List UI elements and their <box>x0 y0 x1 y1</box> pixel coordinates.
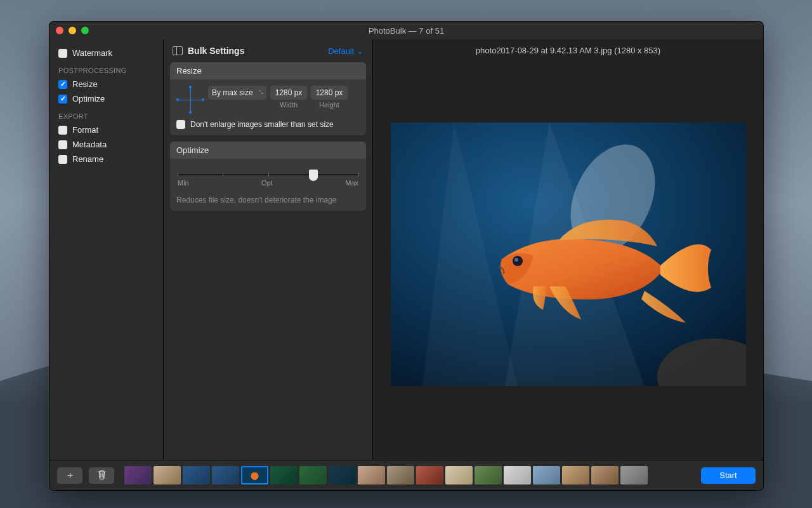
optimize-slider[interactable]: Min Opt Max <box>176 165 360 190</box>
thumbnail[interactable] <box>445 466 473 485</box>
thumbnail[interactable] <box>358 466 385 485</box>
layout-icon <box>173 46 183 55</box>
section-postprocessing: POSTPROCESSING <box>49 60 163 77</box>
thumbnail[interactable] <box>504 466 531 485</box>
slider-max-label: Max <box>345 179 358 187</box>
add-button[interactable]: ＋ <box>57 467 82 484</box>
preset-selector[interactable]: Default <box>328 46 363 56</box>
thumbnail[interactable] <box>562 466 589 485</box>
maximize-button[interactable] <box>81 27 89 34</box>
footer: ＋ Start <box>49 460 763 490</box>
sidebar-label-resize: Resize <box>72 79 98 89</box>
preview-image-container <box>373 62 763 460</box>
width-label: Width <box>280 101 298 109</box>
slider-thumb[interactable] <box>309 170 318 181</box>
sidebar-item-resize[interactable]: Resize <box>49 77 163 91</box>
sidebar-label-rename: Rename <box>72 154 103 164</box>
settings-panel: Bulk Settings Default Resize By max size <box>164 39 373 460</box>
dimensions-icon <box>176 86 204 114</box>
thumbnail[interactable] <box>416 466 443 485</box>
thumbnail-strip <box>121 466 695 485</box>
thumbnail[interactable] <box>329 466 356 485</box>
optimize-desc: Reduces file size, doesn't deteriorate t… <box>176 196 360 204</box>
sidebar-item-rename[interactable]: Rename <box>49 152 163 166</box>
sidebar-label-optimize: Optimize <box>72 94 105 104</box>
settings-title: Bulk Settings <box>188 46 244 56</box>
preview-pane: photo2017-08-29 at 9.42.13 AM 3.jpg (128… <box>373 39 763 460</box>
thumbnail[interactable] <box>124 466 152 485</box>
sidebar-item-format[interactable]: Format <box>49 123 163 137</box>
checkbox-rename[interactable] <box>58 155 67 164</box>
thumbnail[interactable] <box>299 466 327 485</box>
enlarge-label: Don't enlarge images smaller than set si… <box>190 120 334 129</box>
slider-opt-label: Opt <box>261 179 273 187</box>
plus-icon: ＋ <box>65 469 75 481</box>
sidebar-item-watermark[interactable]: Watermark <box>49 46 163 60</box>
content-area: Watermark POSTPROCESSING Resize Optimize… <box>49 39 763 460</box>
window-title: PhotoBulk — 7 of 51 <box>49 26 763 36</box>
start-label: Start <box>719 471 737 480</box>
preview-caption: photo2017-08-29 at 9.42.13 AM 3.jpg (128… <box>373 39 763 62</box>
height-input[interactable] <box>311 86 348 100</box>
resize-header: Resize <box>170 62 366 79</box>
thumbnail[interactable] <box>183 466 210 485</box>
checkbox-resize[interactable] <box>58 80 67 89</box>
resize-mode-select[interactable]: By max size <box>208 86 266 100</box>
thumbnail[interactable] <box>387 466 414 485</box>
close-button[interactable] <box>56 27 63 34</box>
sidebar-label-format: Format <box>72 125 98 135</box>
minimize-button[interactable] <box>69 27 76 34</box>
sidebar: Watermark POSTPROCESSING Resize Optimize… <box>49 39 164 460</box>
sidebar-item-optimize[interactable]: Optimize <box>49 91 163 106</box>
svg-point-3 <box>514 258 518 262</box>
sidebar-item-metadata[interactable]: Metadata <box>49 137 163 152</box>
settings-header: Bulk Settings Default <box>170 46 366 62</box>
thumbnail[interactable] <box>241 466 268 485</box>
enlarge-row: Don't enlarge images smaller than set si… <box>176 120 360 129</box>
app-window: PhotoBulk — 7 of 51 Watermark POSTPROCES… <box>49 21 764 491</box>
thumbnail[interactable] <box>533 466 560 485</box>
thumbnail[interactable] <box>154 466 181 485</box>
start-button[interactable]: Start <box>701 467 756 484</box>
checkbox-optimize[interactable] <box>58 95 67 104</box>
titlebar: PhotoBulk — 7 of 51 <box>49 22 763 39</box>
resize-controls: By max size Width Height <box>176 86 360 114</box>
preview-image <box>391 123 746 386</box>
thumbnail[interactable] <box>212 466 239 485</box>
height-label: Height <box>319 101 339 109</box>
thumbnail[interactable] <box>620 466 648 485</box>
traffic-lights <box>56 27 89 34</box>
optimize-panel: Optimize Min <box>170 142 366 211</box>
thumbnail[interactable] <box>591 466 619 485</box>
trash-icon <box>98 470 106 481</box>
section-export: EXPORT <box>49 106 163 123</box>
slider-min-label: Min <box>178 179 189 187</box>
checkbox-metadata[interactable] <box>58 140 67 149</box>
sidebar-label-metadata: Metadata <box>72 140 107 149</box>
delete-button[interactable] <box>89 467 114 484</box>
checkbox-watermark[interactable] <box>58 49 67 58</box>
checkbox-enlarge[interactable] <box>176 120 185 129</box>
checkbox-format[interactable] <box>58 126 67 135</box>
sidebar-label-watermark: Watermark <box>72 48 112 58</box>
width-input[interactable] <box>270 86 307 100</box>
optimize-header: Optimize <box>170 142 366 159</box>
thumbnail[interactable] <box>270 466 298 485</box>
resize-panel: Resize By max size Width <box>170 62 366 135</box>
resize-mode-value: By max size <box>212 88 253 97</box>
thumbnail[interactable] <box>475 466 502 485</box>
